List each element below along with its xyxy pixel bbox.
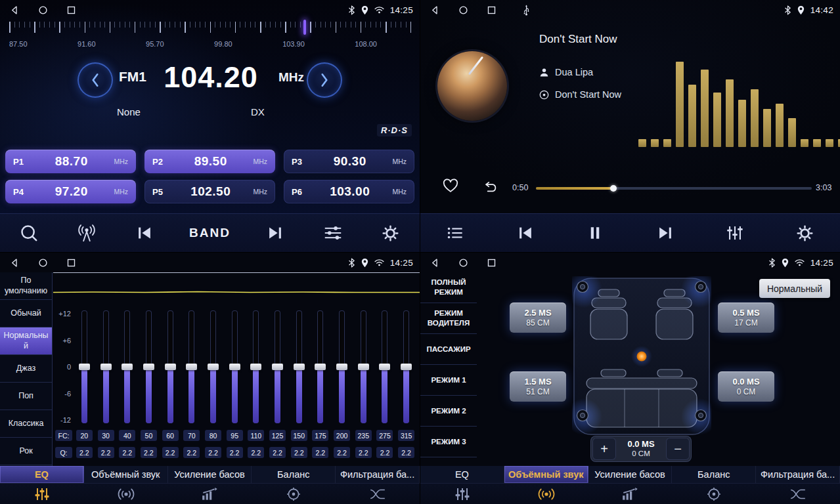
eq-preset-item-3[interactable]: Нормальный: [0, 327, 52, 355]
tab-eq[interactable]: EQ: [0, 466, 84, 483]
tab-eq-icon-cell[interactable]: [420, 484, 504, 504]
tab-balance-icon-cell[interactable]: [252, 484, 336, 504]
tab-balance-icon-cell[interactable]: [672, 484, 756, 504]
eq-band-slider-2[interactable]: [95, 310, 117, 423]
tuner-settings-button[interactable]: [320, 225, 346, 241]
recents-button[interactable]: [66, 5, 76, 15]
tab-filter-icon-cell[interactable]: [336, 484, 420, 504]
mode-item-5[interactable]: РЕЖИМ 2: [420, 396, 477, 427]
slider-handle[interactable]: [401, 364, 412, 370]
seek-up-button[interactable]: [307, 62, 342, 98]
home-button[interactable]: [458, 258, 468, 268]
preset-button-p5[interactable]: P5102.50MHz: [144, 180, 275, 203]
tab-bass-boost-icon-cell[interactable]: [168, 484, 252, 504]
slider-handle[interactable]: [100, 364, 112, 370]
back-button[interactable]: [10, 5, 20, 15]
tab-balance[interactable]: Баланс: [672, 466, 756, 483]
decrease-delay-button[interactable]: −: [666, 438, 690, 460]
eq-preset-item-2[interactable]: Обычай: [0, 300, 52, 327]
eq-band-slider-4[interactable]: [138, 310, 160, 423]
tab-surround-sound[interactable]: Объёмный звук: [84, 466, 168, 483]
rear-right-delay-button[interactable]: 0.0 MS 0 CM: [718, 371, 774, 402]
audio-settings-button[interactable]: [722, 225, 748, 241]
eq-preset-item-7[interactable]: Рок: [0, 438, 52, 465]
tab-bass-boost-icon-cell[interactable]: [588, 484, 673, 504]
mode-item-6[interactable]: РЕЖИМ 3: [420, 427, 477, 457]
home-button[interactable]: [38, 258, 48, 268]
previous-track-button[interactable]: [512, 226, 539, 240]
tab-surround-sound[interactable]: Объёмный звук: [504, 466, 588, 483]
eq-band-slider-1[interactable]: [74, 310, 95, 423]
home-button[interactable]: [458, 5, 468, 15]
mode-item-3[interactable]: ПАССАЖИР: [420, 334, 477, 365]
eq-preset-item-4[interactable]: Джаз: [0, 355, 52, 383]
preset-button-p4[interactable]: P497.20MHz: [5, 180, 136, 203]
slider-handle[interactable]: [143, 364, 154, 370]
front-left-delay-button[interactable]: 2.5 MS 85 CM: [510, 303, 566, 333]
next-track-button[interactable]: [652, 226, 678, 240]
slider-handle[interactable]: [229, 364, 240, 370]
tab-filter[interactable]: Фильтрация ба...: [336, 466, 420, 483]
recents-button[interactable]: [487, 258, 497, 268]
preset-button-p1[interactable]: P188.70MHz: [5, 150, 136, 173]
slider-handle[interactable]: [358, 364, 369, 370]
next-station-button[interactable]: [262, 226, 288, 240]
slider-handle[interactable]: [122, 364, 133, 370]
settings-button[interactable]: [792, 225, 818, 242]
slider-handle[interactable]: [336, 364, 347, 370]
preset-button-p3[interactable]: P390.30MHz: [284, 150, 414, 173]
front-right-delay-button[interactable]: 0.5 MS 17 CM: [718, 303, 774, 333]
mode-item-2[interactable]: РЕЖИМ ВОДИТЕЛЯ: [420, 303, 477, 334]
tab-eq-icon-cell[interactable]: [0, 484, 84, 504]
back-button[interactable]: [430, 5, 440, 15]
preset-button-p2[interactable]: P289.50MHz: [144, 150, 275, 173]
tab-filter-icon-cell[interactable]: [756, 484, 840, 504]
increase-delay-button[interactable]: +: [592, 438, 616, 460]
favorite-button[interactable]: [443, 178, 458, 193]
home-button[interactable]: [38, 5, 48, 15]
eq-band-slider-7[interactable]: [202, 310, 224, 423]
slider-handle[interactable]: [294, 364, 305, 370]
frequency-ruler[interactable]: [9, 22, 411, 35]
eq-preset-item-6[interactable]: Классика: [0, 410, 52, 438]
pause-button[interactable]: [582, 225, 608, 241]
back-button[interactable]: [430, 258, 440, 268]
eq-band-slider-11[interactable]: [288, 310, 310, 423]
slider-handle[interactable]: [79, 364, 90, 370]
broadcast-button[interactable]: [74, 224, 100, 242]
recents-button[interactable]: [66, 258, 76, 268]
eq-band-slider-6[interactable]: [181, 310, 202, 423]
band-button[interactable]: BAND: [189, 226, 231, 240]
eq-preset-item-5[interactable]: Поп: [0, 383, 52, 410]
slider-handle[interactable]: [379, 364, 390, 370]
tab-eq[interactable]: EQ: [420, 466, 504, 483]
eq-band-slider-12[interactable]: [310, 310, 332, 423]
settings-button[interactable]: [378, 225, 404, 242]
tab-surround-sound-icon-cell[interactable]: [84, 484, 168, 504]
slider-handle[interactable]: [208, 364, 219, 370]
slider-handle[interactable]: [272, 364, 283, 370]
eq-band-slider-16[interactable]: [395, 310, 417, 423]
eq-band-slider-8[interactable]: [224, 310, 246, 423]
playlist-button[interactable]: [442, 226, 468, 240]
tab-balance[interactable]: Баланс: [252, 466, 336, 483]
seek-down-button[interactable]: [77, 62, 113, 98]
slider-handle[interactable]: [165, 364, 176, 370]
eq-preset-item-1[interactable]: По умолчанию: [0, 272, 52, 300]
profile-button[interactable]: Нормальный: [759, 279, 830, 298]
eq-band-slider-14[interactable]: [353, 310, 374, 423]
preset-button-p6[interactable]: P6103.00MHz: [284, 180, 414, 203]
tab-surround-sound-icon-cell[interactable]: [504, 484, 588, 504]
eq-band-slider-15[interactable]: [374, 310, 396, 423]
slider-handle[interactable]: [315, 364, 326, 370]
back-button[interactable]: [10, 258, 20, 268]
tab-bass-boost[interactable]: Усиление басов: [168, 466, 252, 483]
tab-filter[interactable]: Фильтрация ба...: [756, 466, 840, 483]
recents-button[interactable]: [487, 5, 497, 15]
progress-bar[interactable]: [536, 187, 812, 190]
mode-item-1[interactable]: ПОЛНЫЙ РЕЖИМ: [420, 272, 477, 303]
eq-band-slider-5[interactable]: [160, 310, 181, 423]
previous-station-button[interactable]: [131, 226, 158, 240]
scan-button[interactable]: [16, 224, 42, 242]
eq-band-slider-13[interactable]: [331, 310, 353, 423]
